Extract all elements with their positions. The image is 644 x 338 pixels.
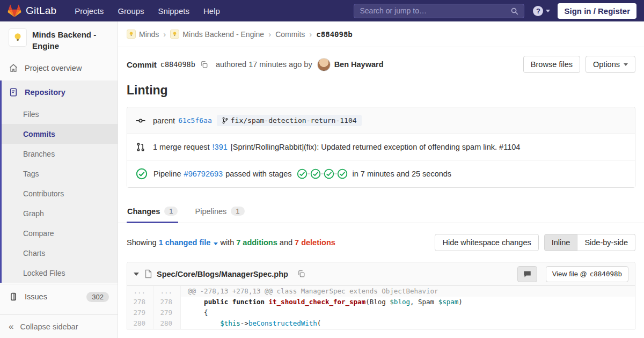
tab-pipelines[interactable]: Pipelines 1 <box>194 200 245 223</box>
file-icon <box>144 269 152 278</box>
code-line: @@ -278,13 +278,13 @@ class ManagerSpec … <box>181 286 635 297</box>
sidebar-item-issues[interactable]: Issues 302 <box>0 284 118 309</box>
nav-link-snippets[interactable]: Snippets <box>152 3 196 19</box>
help-menu[interactable]: ? <box>533 6 550 16</box>
repository-subitems: FilesCommitsBranchesTagsContributorsGrap… <box>2 104 118 283</box>
breadcrumb: Minds›Minds Backend - Engine›Commits›c88… <box>118 21 644 47</box>
browse-files-button[interactable]: Browse files <box>523 56 580 73</box>
tab-changes[interactable]: Changes 1 <box>127 200 178 223</box>
breadcrumb-separator-icon: › <box>309 30 312 39</box>
parent-row: parent 61c5f6aa fix/spam-detection-retur… <box>127 107 635 134</box>
breadcrumb-label: Minds <box>139 30 159 39</box>
branch-badge[interactable]: fix/spam-detection-return-1104 <box>217 115 362 126</box>
old-line-number[interactable]: 279 <box>127 307 154 318</box>
old-line-number[interactable]: ... <box>127 286 154 297</box>
search-input[interactable] <box>360 6 510 15</box>
options-label: Options <box>593 60 620 69</box>
sidebar-item-project-overview[interactable]: Project overview <box>0 57 118 79</box>
breadcrumb-label: Commits <box>275 30 305 39</box>
sidebar-item-branches[interactable]: Branches <box>2 144 118 164</box>
author-avatar[interactable] <box>317 58 331 71</box>
new-line-number[interactable]: 278 <box>154 297 181 307</box>
sidebar-item-contributors[interactable]: Contributors <box>2 183 118 203</box>
hide-whitespace-button[interactable]: Hide whitespace changes <box>435 234 538 251</box>
commit-header: Commit c884098b authored 17 minutes ago … <box>118 47 644 75</box>
sidebar-item-graph[interactable]: Graph <box>2 203 118 223</box>
diff-view-controls: Hide whitespace changes Inline Side-by-s… <box>435 234 635 251</box>
additions-count: 7 additions <box>236 238 277 247</box>
sidebar: Minds Backend - Engine Project overview … <box>0 21 118 338</box>
nav-link-projects[interactable]: Projects <box>68 3 110 19</box>
issues-count-badge: 302 <box>86 292 109 302</box>
issues-icon <box>9 292 18 302</box>
pipeline-stage-icon[interactable] <box>337 168 348 179</box>
pipeline-link[interactable]: #96792693 <box>184 170 223 178</box>
collapse-icon: « <box>9 322 13 331</box>
project-name: Minds Backend - Engine <box>32 28 109 52</box>
changes-count-badge: 1 <box>164 207 178 216</box>
copy-sha-button[interactable] <box>195 61 208 69</box>
parent-sha-link[interactable]: 61c5f6aa <box>178 116 212 124</box>
sidebar-item-repository[interactable]: Repository <box>2 80 118 104</box>
chevron-down-icon <box>546 10 550 12</box>
breadcrumb-separator-icon: › <box>268 30 271 39</box>
author-name[interactable]: Ben Hayward <box>334 60 384 69</box>
search-icon[interactable] <box>510 7 518 15</box>
branch-name: fix/spam-detection-return-1104 <box>231 116 357 124</box>
breadcrumb-item-minds-backend-engine[interactable]: Minds Backend - Engine <box>170 30 264 39</box>
gitlab-tanuki-icon <box>8 4 21 18</box>
view-file-button[interactable]: View file @ c884098b <box>546 266 628 282</box>
project-context-header[interactable]: Minds Backend - Engine <box>0 21 118 57</box>
inline-view-button[interactable]: Inline <box>544 234 578 251</box>
breadcrumb-item-commits[interactable]: Commits <box>275 30 305 39</box>
home-icon <box>9 63 18 73</box>
breadcrumb-item-minds[interactable]: Minds <box>127 30 159 39</box>
tab-label: Changes <box>127 207 160 216</box>
branch-icon <box>222 117 228 124</box>
merge-request-row: 1 merge request !391 [Sprint/RollingRabb… <box>127 134 635 160</box>
chevron-down-icon <box>214 243 218 245</box>
changed-files-dropdown[interactable]: 1 changed file <box>159 238 218 247</box>
new-line-number[interactable]: ... <box>154 286 181 297</box>
diff-file-card: Spec/Core/Blogs/ManagerSpec.php View fil… <box>127 262 635 329</box>
toggle-comments-button[interactable] <box>517 266 537 282</box>
side-by-side-view-button[interactable]: Side-by-side <box>577 234 635 251</box>
sidebar-item-commits[interactable]: Commits <box>2 124 118 144</box>
pipeline-label: Pipeline <box>153 170 181 178</box>
sidebar-item-compare[interactable]: Compare <box>2 223 118 243</box>
nav-link-groups[interactable]: Groups <box>111 3 150 19</box>
old-line-number[interactable]: 280 <box>127 318 154 329</box>
pipeline-stage-icon[interactable] <box>297 168 308 179</box>
mr-title: [Sprint/RollingRabbit](fix): Updated ret… <box>231 143 521 151</box>
copy-path-button[interactable] <box>292 270 305 278</box>
sidebar-item-locked-files[interactable]: Locked Files <box>2 263 118 283</box>
old-line-number[interactable]: 278 <box>127 297 154 307</box>
nav-link-help[interactable]: Help <box>197 3 226 19</box>
pipeline-stage-icon[interactable] <box>310 168 321 179</box>
sidebar-item-files[interactable]: Files <box>2 104 118 124</box>
commit-title: Linting <box>118 75 644 98</box>
sidebar-item-charts[interactable]: Charts <box>2 243 118 263</box>
search-box[interactable] <box>354 4 524 18</box>
breadcrumb-label: Minds Backend - Engine <box>182 30 264 39</box>
collapse-diff-icon[interactable] <box>134 273 139 276</box>
code-line: $this->beConstructedWith( <box>181 318 635 329</box>
document-icon <box>9 87 18 97</box>
project-avatar <box>9 28 27 47</box>
pipeline-row: Pipeline #96792693 passed with stages in… <box>127 160 635 187</box>
new-line-number[interactable]: 279 <box>154 307 181 318</box>
pipeline-stage-icon[interactable] <box>324 168 334 179</box>
sidebar-item-tags[interactable]: Tags <box>2 164 118 183</box>
main-content: Minds›Minds Backend - Engine›Commits›c88… <box>118 0 644 329</box>
pipeline-status-icon <box>136 168 148 180</box>
file-path-link[interactable]: Spec/Core/Blogs/ManagerSpec.php <box>157 270 288 278</box>
new-line-number[interactable]: 280 <box>154 318 181 329</box>
mr-link[interactable]: !391 <box>213 143 228 151</box>
gitlab-logo[interactable]: GitLab <box>8 4 56 18</box>
options-button[interactable]: Options <box>586 56 635 73</box>
view-mode-toggle: Inline Side-by-side <box>544 234 635 251</box>
sign-in-button[interactable]: Sign in / Register <box>558 3 636 19</box>
mini-pipeline <box>297 168 348 179</box>
authored-text: authored 17 minutes ago by <box>216 60 312 69</box>
collapse-sidebar-button[interactable]: « Collapse sidebar <box>0 314 118 338</box>
